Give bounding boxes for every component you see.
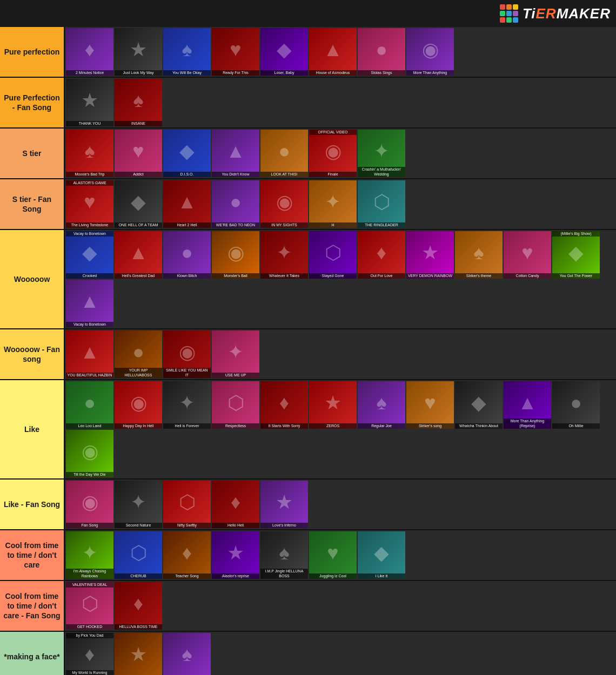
list-item[interactable]: ♥Ready For This (212, 28, 259, 76)
list-item[interactable]: ⬡THE RINGLEADER (358, 180, 405, 228)
list-item[interactable]: ♦HELLUVA BOSS TIME (115, 582, 162, 630)
item-label: Finale (309, 172, 357, 177)
list-item[interactable]: ●Oh Millie (552, 381, 600, 429)
list-item[interactable]: ▲YOU BEAUTIFUL HAZBIN (66, 330, 113, 378)
item-label: Alastor's reprise (212, 573, 259, 579)
item-top-label: by Pick You Dad (66, 633, 113, 638)
tier-label-cool-fan: Cool from time to time / don't care - Fa… (0, 581, 65, 631)
list-item[interactable]: ♦2 Minutes Notice (66, 28, 113, 76)
list-item[interactable]: ◉Till the Day We Die (66, 430, 113, 477)
list-item[interactable]: ●Loo Loo Land (66, 381, 113, 429)
list-item[interactable]: ★THANK YOU (66, 79, 113, 126)
list-item[interactable]: ▲More Than Anything (Reprise) (504, 381, 551, 429)
list-item[interactable]: ◆CrookedVacay to Bonetown (66, 231, 113, 279)
tier-row-s-tier-fan: S tier - Fan Song♥The Living TombstoneAL… (0, 179, 616, 230)
list-item[interactable]: ♠I.M.P Jingle HELLUNA BOSS (260, 531, 308, 579)
list-item[interactable]: ◉Monster's Ball (212, 231, 259, 279)
list-item[interactable]: ⬡CHERUB (115, 531, 162, 579)
tier-items-pure-perfection-fan: ★THANK YOU♠INSANE (65, 78, 616, 127)
list-item[interactable]: ▲Vacay to Bonetown (66, 280, 113, 327)
list-item[interactable]: ♠Striker's theme (455, 231, 503, 279)
tiermaker-logo: TiERMAKER (500, 4, 611, 23)
list-item[interactable]: ●YOUR IMP HELLUVABOSS (115, 330, 162, 378)
list-item[interactable]: ♦It Starts With Sorry (260, 381, 308, 429)
list-item[interactable]: ♠Regular Joe (358, 381, 405, 429)
item-label: Striker's song (406, 423, 454, 429)
list-item[interactable]: ●Stolas Sings (358, 28, 405, 76)
list-item[interactable]: ◉Fan Song (66, 481, 113, 528)
list-item[interactable]: ⬡Stayed Gone (309, 231, 357, 279)
list-item[interactable]: ◉More Than Anything (406, 28, 454, 76)
list-item[interactable]: ◆Loser, Baby (260, 28, 308, 76)
tier-row-wooooow-fan: Wooooow - Fan song▲YOU BEAUTIFUL HAZBIN●… (0, 329, 616, 380)
list-item[interactable]: ◉IN MY SIGHTS (260, 180, 308, 228)
tier-items-like-fan: ◉Fan Song✦Second Nature⬡Nifty Swiftly♦He… (65, 480, 616, 529)
list-item[interactable]: ◉FinaleOFFICIAL VIDEO (309, 130, 357, 177)
list-item[interactable]: ✦Whatever It Takes (260, 231, 308, 279)
list-item[interactable]: ▲Hell's Greatest Dad (115, 231, 162, 279)
item-label: Hell's Greatest Dad (115, 273, 162, 279)
list-item[interactable]: ♠You Will Be Okay (163, 28, 211, 76)
list-item[interactable]: ✦Hell is Forever (163, 381, 211, 429)
list-item[interactable]: ★VERY DEMON RAINBOW (406, 231, 454, 279)
item-label: Klown Bitch (163, 273, 211, 279)
list-item[interactable]: ★ZEROS (309, 381, 357, 429)
tier-label-like-fan: Like - Fan Song (0, 480, 65, 529)
list-item[interactable]: ✦Crashin' a Muthafuckin' Wedding (358, 130, 405, 177)
list-item[interactable]: ▲Heart 2 Hell (163, 180, 211, 228)
list-item[interactable]: ★Alastor's reprise (212, 531, 259, 579)
item-top-label: VALENTINE'S DEAL (66, 582, 113, 588)
list-item[interactable]: ✦Second Nature (115, 481, 162, 528)
item-label: I'm Always Chasing Rainbows (66, 569, 113, 579)
list-item[interactable]: ✦H (309, 180, 357, 228)
list-item[interactable]: ♦My World Is Running Down Around Meby Pi… (66, 633, 113, 675)
item-label: Crooked (66, 273, 113, 279)
item-label: You Got The Power (552, 273, 600, 279)
tier-items-cool: ✦I'm Always Chasing Rainbows⬡CHERUB♦Teac… (65, 530, 616, 580)
tier-items-wooooow-fan: ▲YOU BEAUTIFUL HAZBIN●YOUR IMP HELLUVABO… (65, 329, 616, 379)
list-item[interactable]: ◆I Like It (358, 531, 405, 579)
list-item[interactable]: ●LOOK AT THIS! (260, 130, 308, 177)
list-item[interactable]: ♥The Living TombstoneALASTOR'S GAME (66, 180, 113, 228)
list-item[interactable]: ♦Teacher Song (163, 531, 211, 579)
list-item[interactable]: ♥Addict (115, 130, 162, 177)
list-item[interactable]: ▲House of Asmodeus (309, 28, 357, 76)
header: TiERMAKER (0, 0, 616, 27)
item-label: Happy Day In Hell (115, 423, 162, 429)
item-label: YOUR IMP HELLUVABOSS (115, 368, 162, 378)
list-item[interactable]: ✦I'm Always Chasing Rainbows (66, 531, 113, 579)
list-item[interactable]: ⬡GET HOOKEDVALENTINE'S DEAL (66, 582, 113, 630)
list-item[interactable]: ◆You Got The Power(Millie's Big Show) (552, 231, 600, 279)
list-item[interactable]: ♦Out For Love (358, 231, 405, 279)
list-item[interactable]: ◉SMILE LIKE YOU MEAN IT (163, 330, 211, 378)
item-label: Monster's Ball (212, 273, 259, 279)
item-label: Hello Hell (212, 523, 259, 528)
item-label: Stayed Gone (309, 273, 357, 279)
item-label: Out For Love (358, 273, 405, 279)
list-item[interactable]: ⬡Respectless (212, 381, 259, 429)
list-item[interactable]: ●Klown Bitch (163, 231, 211, 279)
list-item[interactable]: ★Love's Inferno (260, 481, 308, 528)
list-item[interactable]: ◆D.I.S.O. (163, 130, 211, 177)
list-item[interactable]: ♥Cotton Candy (504, 231, 551, 279)
list-item[interactable]: ♠INSANE (115, 79, 162, 126)
item-label: ZEROS (309, 423, 357, 429)
list-item[interactable]: ★Just Look My Way (115, 28, 162, 76)
list-item[interactable]: ♥Juggling Iz Cool (309, 531, 357, 579)
list-item[interactable]: ✦USE ME UP (212, 330, 259, 378)
list-item[interactable]: ♠Welcome To Heaven (163, 633, 211, 675)
list-item[interactable]: ◆ONE HELL OF A TEAM (115, 180, 162, 228)
list-item[interactable]: ★Mustang Dong (115, 633, 162, 675)
list-item[interactable]: ●WE'RE BAD TO NEON (212, 180, 259, 228)
list-item[interactable]: ⬡Nifty Swiftly (163, 481, 211, 528)
list-item[interactable]: ◆Whatcha Thinkin About (455, 381, 503, 429)
item-label: IN MY SIGHTS (260, 222, 308, 228)
list-item[interactable]: ▲You Didn't Know (212, 130, 259, 177)
item-label: H (309, 222, 357, 228)
list-item[interactable]: ♦Hello Hell (212, 481, 259, 528)
item-label: Heart 2 Hell (163, 222, 211, 228)
list-item[interactable]: ♠Moxxie's Bad Trip (66, 130, 113, 177)
item-label: Moxxie's Bad Trip (66, 172, 113, 177)
list-item[interactable]: ◉Happy Day In Hell (115, 381, 162, 429)
list-item[interactable]: ♥Striker's song (406, 381, 454, 429)
